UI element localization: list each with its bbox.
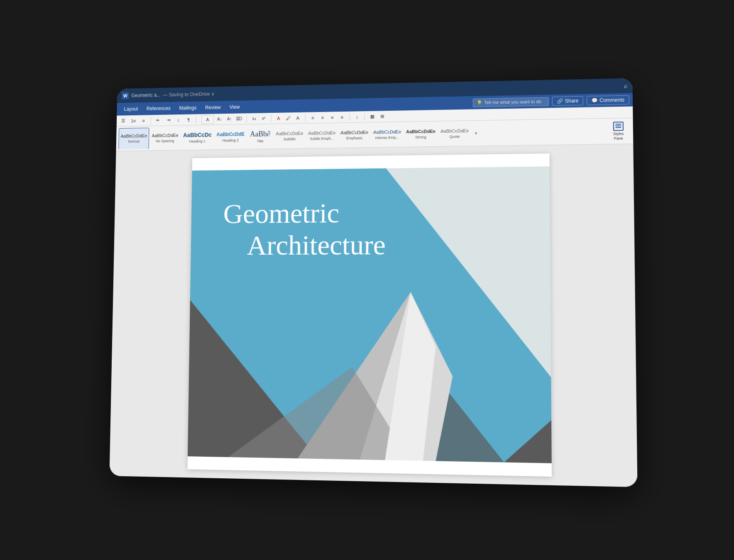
font-color-btn[interactable]: A: [274, 114, 283, 123]
style-normal-label: Normal: [128, 139, 139, 144]
style-subtle-emp-label: Subtle Emph...: [310, 136, 334, 141]
tell-me-text: Tell me what you want to do: [484, 99, 541, 105]
align-right-btn[interactable]: ≡: [328, 113, 337, 122]
menu-item-mailings[interactable]: Mailings: [175, 103, 201, 112]
highlight-btn[interactable]: 🖊: [284, 114, 293, 123]
align-left-btn[interactable]: ≡: [308, 113, 318, 122]
style-subtitle-label: Subtitle: [284, 137, 296, 141]
style-h1-label: Heading 1: [189, 139, 206, 143]
menu-item-layout[interactable]: Layout: [120, 105, 142, 114]
style-normal[interactable]: AaBbCcDdEe Normal: [118, 127, 149, 149]
cover-title: Geometric Architecture: [223, 197, 386, 261]
share-icon: 🔗: [557, 98, 563, 104]
style-nospace-preview: AaBbCcDdEe: [152, 133, 178, 139]
font-size-input[interactable]: A: [201, 115, 214, 124]
style-intense-emp-preview: AaBbCcDdEe: [373, 129, 401, 135]
paragraph-btn[interactable]: ¶: [184, 115, 193, 124]
menu-item-references[interactable]: References: [142, 104, 174, 113]
styles-pane-icon: [613, 122, 624, 131]
shading-group: ▦ ⊞: [368, 112, 387, 121]
menu-bar-right: 💡 Tell me what you want to do 🔗 Share 💬 …: [473, 95, 629, 107]
style-h1-preview: AaBbCcDc: [183, 131, 212, 139]
divider2: [196, 116, 196, 123]
text-highlight-btn[interactable]: A: [294, 113, 303, 122]
style-heading2[interactable]: AaBbCcDdE Heading 2: [214, 126, 247, 148]
style-h2-preview: AaBbCcDdE: [216, 131, 245, 138]
font-size-up[interactable]: A↑: [225, 114, 234, 124]
style-intense-emphasis[interactable]: AaBbCcDdEe Intense Emp...: [371, 123, 403, 146]
spacing-group: ↕: [352, 112, 362, 122]
style-nospace-label: No Spacing: [156, 139, 174, 143]
style-title-preview: AaBb∂: [250, 129, 270, 139]
sort-btn[interactable]: ↕: [174, 115, 183, 124]
divider1: [150, 117, 151, 124]
menu-item-review[interactable]: Review: [201, 103, 225, 112]
doc-title: Geometric a...: [131, 92, 161, 98]
line-spacing-btn[interactable]: ↕: [352, 112, 362, 122]
style-emphasis-label: Emphasis: [346, 136, 362, 140]
style-strong-preview: AaBbCcDdEe: [406, 129, 436, 134]
style-emphasis[interactable]: AaBbCcDdEe Emphasis: [338, 124, 370, 146]
style-normal-preview: AaBbCcDdEe: [120, 133, 147, 139]
style-subtitle[interactable]: AaBbCcDdEe Subtitle: [274, 125, 305, 147]
gallery-scroll-btn[interactable]: ▾: [472, 122, 480, 144]
device-frame: W Geometric a... — Saving to OneDrive ∨ …: [109, 78, 637, 487]
multilevel-btn[interactable]: ≡: [139, 116, 148, 125]
subscript-btn[interactable]: x₂: [250, 114, 258, 123]
styles-pane-button[interactable]: StylesPane: [606, 120, 631, 143]
clear-format-btn[interactable]: ⌦: [235, 114, 244, 124]
align-group: ≡ ≡ ≡ ≡: [308, 112, 347, 122]
text-format-group: x₂ x²: [250, 114, 268, 123]
style-subtle-emphasis[interactable]: AaBbCcDdEe Subtle Emph...: [306, 124, 338, 147]
document-area: Geometric Architecture: [109, 144, 637, 487]
word-icon: W: [122, 92, 129, 99]
bullet-list-btn[interactable]: ☰: [119, 117, 127, 125]
font-size-down[interactable]: A↓: [215, 115, 224, 124]
font-size-group: A A↓ A↑ ⌦: [201, 114, 244, 124]
style-title-label: Title: [257, 139, 264, 144]
style-quote-preview: AaBbCcDdEe: [440, 128, 469, 134]
style-heading1[interactable]: AaBbCcDc Heading 1: [181, 127, 214, 149]
divider6: [349, 113, 350, 121]
comments-button[interactable]: 💬 Comments: [587, 95, 629, 105]
indent-increase-btn[interactable]: ⇥: [164, 116, 173, 124]
style-strong-label: Strong: [415, 135, 426, 139]
indent-decrease-btn[interactable]: ⇤: [154, 116, 162, 124]
title-bar-right: ⌕: [624, 83, 627, 89]
style-emphasis-preview: AaBbCcDdEe: [340, 130, 368, 136]
align-center-btn[interactable]: ≡: [318, 113, 327, 122]
style-strong[interactable]: AaBbCcDdEe Strong: [404, 123, 438, 145]
divider3: [247, 115, 247, 122]
search-icon-title[interactable]: ⌕: [624, 83, 627, 89]
style-subtitle-preview: AaBbCcDdEe: [276, 131, 303, 136]
share-button[interactable]: 🔗 Share: [552, 96, 583, 106]
divider4: [271, 114, 271, 122]
borders-btn[interactable]: ⊞: [377, 112, 387, 121]
document-page: Geometric Architecture: [188, 153, 552, 477]
title-bar-left: W Geometric a... — Saving to OneDrive ∨: [122, 90, 215, 100]
divider7: [365, 113, 365, 120]
style-quote-label: Quote: [450, 134, 460, 139]
shading-btn[interactable]: ▦: [368, 112, 377, 121]
divider5: [305, 114, 306, 122]
styles-pane-label: StylesPane: [613, 132, 624, 141]
cover-image: Geometric Architecture: [188, 153, 552, 477]
style-h2-label: Heading 2: [222, 138, 238, 142]
tell-me-input[interactable]: 💡 Tell me what you want to do: [473, 97, 549, 107]
superscript-btn[interactable]: x²: [259, 114, 268, 123]
title-line1: Geometric: [223, 197, 339, 229]
lightbulb-icon: 💡: [477, 100, 482, 105]
numbering-btn[interactable]: 1≡: [129, 116, 138, 125]
app-content: W Geometric a... — Saving to OneDrive ∨ …: [109, 78, 637, 487]
align-justify-btn[interactable]: ≡: [338, 112, 347, 122]
color-group: A 🖊 A: [274, 113, 302, 123]
title-line2: Architecture: [247, 229, 386, 261]
saving-status: — Saving to OneDrive ∨: [163, 91, 215, 98]
style-no-spacing[interactable]: AaBbCcDdEe No Spacing: [149, 127, 181, 149]
style-quote[interactable]: AaBbCcDdEe Quote: [438, 122, 471, 145]
style-subtle-emp-preview: AaBbCcDdEe: [308, 130, 335, 136]
style-intense-emp-label: Intense Emp...: [375, 136, 399, 140]
menu-item-view[interactable]: View: [225, 102, 244, 112]
comments-icon: 💬: [591, 97, 598, 103]
style-title[interactable]: AaBb∂ Title: [247, 126, 273, 148]
